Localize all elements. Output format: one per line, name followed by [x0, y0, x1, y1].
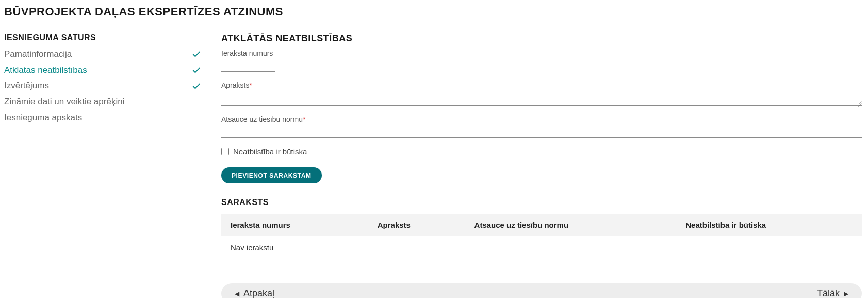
next-label: Tālāk [817, 288, 840, 298]
check-icon [191, 49, 202, 59]
apraksts-input[interactable] [221, 91, 862, 106]
main-content: Atklātās neatbilstības Ieraksta numurs A… [208, 33, 864, 298]
sidebar-item-label: Zināmie dati un veiktie aprēķini [4, 96, 124, 108]
nav-bar: ◀ Atpakaļ Tālāk ▶ [221, 283, 862, 298]
section-title: Atklātās neatbilstības [221, 33, 862, 44]
ieraksta-numurs-input[interactable] [221, 59, 275, 72]
chevron-right-icon: ▶ [844, 291, 848, 297]
butiska-label: Neatbilstība ir būtiska [233, 147, 307, 156]
table-header-numurs: Ieraksta numurs [221, 214, 368, 236]
sidebar-item-label: Atklātās neatbilstības [4, 64, 87, 77]
apraksts-label-text: Apraksts [221, 81, 249, 89]
table-row-empty: Nav ierakstu [221, 236, 862, 260]
back-label: Atpakaļ [243, 288, 274, 298]
atsauce-label-text: Atsauce uz tiesību normu [221, 115, 303, 123]
sidebar-title: Iesnieguma saturs [4, 33, 202, 42]
sidebar: Iesnieguma saturs Pamatinformācija Atklā… [4, 33, 208, 298]
required-mark: * [249, 81, 252, 89]
sidebar-item-label: Izvērtējums [4, 80, 49, 92]
sidebar-item-zinamie-dati[interactable]: Zināmie dati un veiktie aprēķini [4, 94, 202, 110]
field-apraksts: Apraksts* [221, 81, 862, 106]
ieraksta-numurs-label: Ieraksta numurs [221, 49, 862, 57]
butiska-checkbox[interactable] [221, 148, 229, 155]
back-button[interactable]: ◀ Atpakaļ [235, 288, 274, 298]
field-ieraksta-numurs: Ieraksta numurs [221, 49, 862, 72]
apraksts-label: Apraksts* [221, 81, 862, 89]
table-empty-text: Nav ierakstu [221, 236, 862, 260]
sidebar-item-label: Pamatinformācija [4, 48, 72, 61]
table-header-atsauce: Atsauce uz tiesību normu [465, 214, 677, 236]
chevron-left-icon: ◀ [235, 291, 239, 297]
field-atsauce: Atsauce uz tiesību normu* [221, 115, 862, 138]
check-icon [191, 81, 202, 91]
sidebar-item-izvertejums[interactable]: Izvērtējums [4, 78, 202, 94]
table-header-apraksts: Apraksts [368, 214, 465, 236]
records-table: Ieraksta numurs Apraksts Atsauce uz ties… [221, 214, 862, 259]
sidebar-item-iesnieguma-apskats[interactable]: Iesnieguma apskats [4, 110, 202, 126]
sidebar-item-pamatinformacija[interactable]: Pamatinformācija [4, 46, 202, 62]
field-butiska: Neatbilstība ir būtiska [221, 147, 862, 156]
page-title: Būvprojekta daļas ekspertīzes atzinums [4, 5, 864, 19]
table-header-butiska: Neatbilstība ir būtiska [676, 214, 862, 236]
next-button[interactable]: Tālāk ▶ [817, 288, 848, 298]
add-to-list-button[interactable]: Pievienot sarakstam [221, 167, 322, 183]
check-icon [191, 65, 202, 75]
sidebar-item-atklatas-neatbilstibas[interactable]: Atklātās neatbilstības [4, 62, 202, 79]
atsauce-input[interactable] [221, 126, 862, 138]
sidebar-item-label: Iesnieguma apskats [4, 112, 82, 124]
layout: Iesnieguma saturs Pamatinformācija Atklā… [4, 33, 864, 298]
required-mark: * [303, 115, 305, 123]
list-title: Saraksts [221, 198, 862, 207]
atsauce-label: Atsauce uz tiesību normu* [221, 115, 862, 123]
